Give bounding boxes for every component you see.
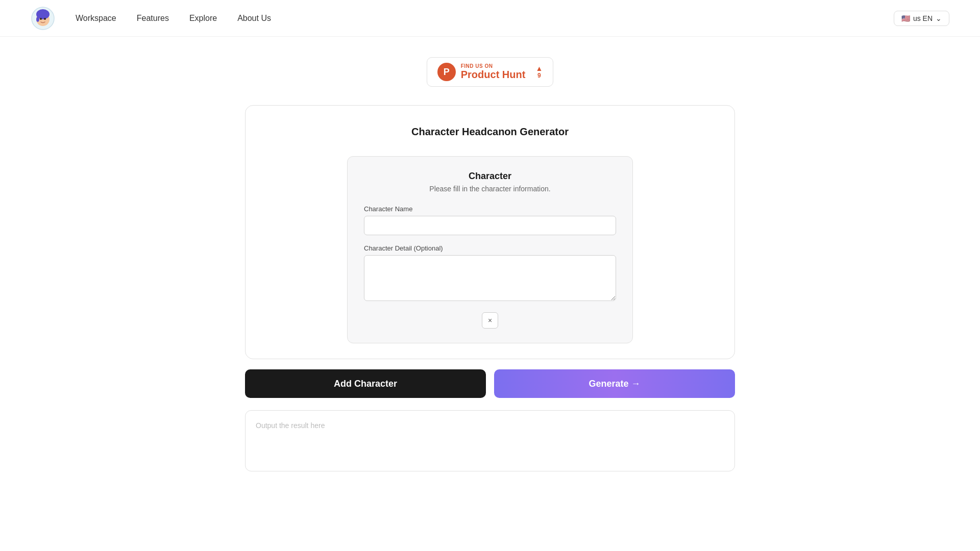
card-area: Character Headcanon Generator Character … xyxy=(245,105,735,359)
character-detail-group: Character Detail (Optional) xyxy=(364,244,616,303)
remove-character-button[interactable]: × xyxy=(482,312,498,329)
lang-label: us EN xyxy=(913,14,933,22)
product-hunt-votes: ▲ 9 xyxy=(535,65,543,79)
svg-point-5 xyxy=(44,18,46,20)
character-name-label: Character Name xyxy=(364,205,616,213)
svg-point-4 xyxy=(40,18,42,20)
navbar: Workspace Features Explore About Us 🇺🇸 u… xyxy=(0,0,980,37)
character-detail-label: Character Detail (Optional) xyxy=(364,244,616,252)
bottom-buttons: Add Character Generate → xyxy=(245,369,735,398)
product-hunt-text: FIND US ON Product Hunt xyxy=(461,63,526,81)
generate-button[interactable]: Generate → xyxy=(494,369,735,398)
output-area: Output the result here xyxy=(245,410,735,471)
product-hunt-badge[interactable]: P FIND US ON Product Hunt ▲ 9 xyxy=(427,57,554,87)
character-name-input[interactable] xyxy=(364,216,616,235)
add-character-button[interactable]: Add Character xyxy=(245,369,486,398)
output-placeholder: Output the result here xyxy=(256,421,325,430)
page-title: Character Headcanon Generator xyxy=(266,126,714,138)
nav-workspace[interactable]: Workspace xyxy=(76,14,116,23)
vote-arrow-icon: ▲ xyxy=(535,65,543,72)
card-title: Character xyxy=(364,171,616,182)
vote-count: 9 xyxy=(537,72,541,79)
nav-about[interactable]: About Us xyxy=(237,14,271,23)
character-card: Character Please fill in the character i… xyxy=(347,156,633,343)
remove-btn-container: × xyxy=(364,312,616,329)
nav-features[interactable]: Features xyxy=(137,14,169,23)
svg-point-3 xyxy=(36,17,39,22)
nav-links: Workspace Features Explore About Us xyxy=(76,14,894,23)
character-name-group: Character Name xyxy=(364,205,616,235)
app-logo[interactable] xyxy=(31,6,55,31)
main-content: P FIND US ON Product Hunt ▲ 9 Character … xyxy=(0,37,980,502)
card-subtitle: Please fill in the character information… xyxy=(364,185,616,193)
character-detail-textarea[interactable] xyxy=(364,255,616,301)
product-hunt-icon: P xyxy=(437,63,456,81)
find-us-label: FIND US ON xyxy=(461,63,526,69)
language-selector[interactable]: 🇺🇸 us EN ⌄ xyxy=(894,11,949,26)
flag-icon: 🇺🇸 xyxy=(901,14,910,22)
chevron-down-icon: ⌄ xyxy=(936,14,942,22)
nav-explore[interactable]: Explore xyxy=(189,14,217,23)
product-hunt-name: Product Hunt xyxy=(461,69,526,81)
